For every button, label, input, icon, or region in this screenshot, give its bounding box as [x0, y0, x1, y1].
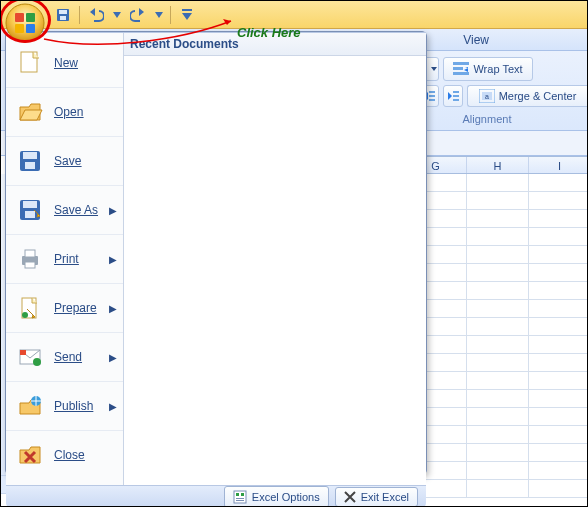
svg-rect-14	[429, 91, 435, 93]
wrap-text-button[interactable]: Wrap Text	[443, 57, 533, 81]
excel-options-label: Excel Options	[252, 491, 320, 503]
menu-item-close[interactable]: Close	[6, 430, 123, 479]
chevron-right-icon: ▶	[109, 254, 117, 265]
chevron-down-icon	[113, 12, 121, 18]
svg-rect-13	[453, 72, 469, 75]
menu-item-prepare[interactable]: Prepare ▶	[6, 283, 123, 332]
menu-item-open[interactable]: Open	[6, 87, 123, 136]
send-icon	[16, 343, 44, 371]
recent-documents-header: Recent Documents	[124, 33, 426, 56]
chevron-down-icon	[155, 12, 163, 18]
recent-documents-list	[132, 60, 418, 500]
svg-rect-29	[25, 211, 35, 218]
svg-rect-36	[20, 350, 26, 355]
menu-item-label: New	[54, 56, 78, 70]
chevron-right-icon: ▶	[109, 303, 117, 314]
publish-icon	[16, 392, 44, 420]
svg-rect-32	[25, 262, 35, 268]
svg-rect-18	[453, 95, 459, 97]
save-icon	[16, 147, 44, 175]
redo-icon	[130, 8, 146, 22]
svg-rect-16	[429, 99, 435, 101]
merge-center-icon: a	[479, 89, 495, 103]
qat-separator	[170, 6, 171, 24]
svg-rect-7	[60, 16, 66, 20]
excel-options-button[interactable]: Excel Options	[224, 486, 329, 507]
menu-item-print[interactable]: Print ▶	[6, 234, 123, 283]
menu-item-label: Open	[54, 105, 83, 119]
svg-rect-28	[23, 201, 37, 208]
wrap-text-icon	[453, 62, 469, 76]
menu-item-label: Close	[54, 448, 85, 462]
print-icon	[16, 245, 44, 273]
chevron-right-icon: ▶	[109, 205, 117, 216]
svg-rect-12	[453, 67, 463, 70]
menu-item-save-as[interactable]: Save As ▶	[6, 185, 123, 234]
svg-point-34	[22, 312, 28, 318]
column-header[interactable]: I	[529, 157, 588, 173]
menu-item-new[interactable]: New	[6, 39, 123, 87]
increase-indent-icon	[446, 89, 460, 103]
exit-excel-label: Exit Excel	[361, 491, 409, 503]
new-icon	[16, 49, 44, 77]
svg-rect-43	[236, 500, 244, 501]
menu-item-save[interactable]: Save	[6, 136, 123, 185]
customize-icon	[182, 9, 192, 21]
qat-customize-button[interactable]	[177, 5, 197, 25]
chevron-down-icon	[431, 67, 437, 71]
close-icon	[16, 441, 44, 469]
wrap-text-label: Wrap Text	[473, 63, 522, 75]
undo-icon	[88, 8, 104, 22]
svg-rect-17	[453, 91, 459, 93]
menu-item-publish[interactable]: Publish ▶	[6, 381, 123, 430]
exit-excel-button[interactable]: Exit Excel	[335, 487, 418, 507]
ribbon-group-alignment: Alignment	[427, 113, 547, 125]
svg-rect-6	[59, 10, 67, 14]
merge-center-label: Merge & Center	[499, 90, 577, 102]
exit-icon	[344, 491, 356, 503]
svg-rect-40	[236, 493, 239, 496]
tab-view[interactable]: View	[455, 31, 497, 49]
increase-indent-button[interactable]	[443, 85, 463, 107]
qat-separator	[79, 6, 80, 24]
office-menu: New Open Save Save As ▶	[5, 31, 427, 475]
office-button	[3, 1, 47, 45]
qat-undo-button[interactable]	[86, 5, 106, 25]
svg-rect-31	[25, 250, 35, 257]
save-as-icon	[16, 196, 44, 224]
qat-redo-more[interactable]	[154, 5, 164, 25]
menu-item-label: Print	[54, 252, 79, 266]
svg-rect-15	[429, 95, 435, 97]
menu-item-label: Send	[54, 350, 82, 364]
qat-redo-button[interactable]	[128, 5, 148, 25]
office-menu-footer: Excel Options Exit Excel	[6, 485, 426, 507]
menu-item-label: Save As	[54, 203, 98, 217]
svg-rect-8	[182, 9, 192, 11]
options-icon	[233, 490, 247, 504]
svg-rect-39	[234, 491, 246, 503]
svg-rect-19	[453, 99, 459, 101]
office-menu-right: Recent Documents	[124, 33, 426, 485]
open-icon	[16, 98, 44, 126]
save-icon	[56, 8, 70, 22]
svg-rect-25	[23, 152, 37, 159]
svg-point-37	[33, 358, 41, 366]
prepare-icon	[16, 294, 44, 322]
office-button-hit[interactable]	[3, 1, 47, 45]
title-bar	[1, 1, 587, 29]
menu-item-send[interactable]: Send ▶	[6, 332, 123, 381]
svg-rect-11	[453, 62, 469, 65]
qat-undo-more[interactable]	[112, 5, 122, 25]
qat-save-button[interactable]	[53, 5, 73, 25]
merge-center-button[interactable]: a Merge & Center	[467, 85, 587, 107]
menu-item-label: Prepare	[54, 301, 97, 315]
quick-access-toolbar	[53, 5, 197, 25]
svg-rect-41	[241, 493, 244, 496]
menu-item-label: Publish	[54, 399, 93, 413]
svg-rect-26	[25, 162, 35, 169]
svg-text:a: a	[485, 93, 489, 100]
menu-item-label: Save	[54, 154, 81, 168]
svg-rect-42	[236, 498, 244, 499]
office-menu-left: New Open Save Save As ▶	[6, 33, 124, 485]
column-header[interactable]: H	[467, 157, 529, 173]
